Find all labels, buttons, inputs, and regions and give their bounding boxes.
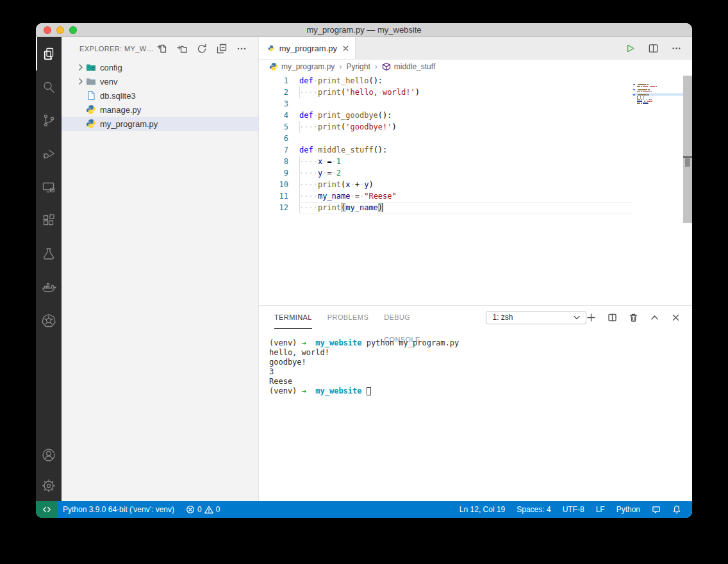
tab-terminal[interactable]: TERMINAL: [274, 306, 312, 329]
indentation-status[interactable]: Spaces: 4: [511, 505, 556, 514]
code-editor[interactable]: 1def·print_hello():2····print('hello,·wo…: [259, 74, 633, 305]
python-interpreter-status[interactable]: Python 3.9.0 64-bit ('venv': venv): [57, 505, 180, 514]
debug-icon: [41, 146, 56, 162]
activity-search[interactable]: [36, 70, 62, 104]
vscode-window: my_program.py — my_website EXPLORER: MY_…: [36, 23, 692, 518]
scrollbar-marker: [683, 156, 692, 158]
breadcrumb-module[interactable]: Pyright: [346, 62, 370, 71]
code-line-7[interactable]: 7def·middle_stuff():: [259, 144, 633, 156]
symbol-namespace-icon: [382, 62, 391, 71]
activity-testing[interactable]: [36, 237, 62, 270]
warning-icon: [204, 505, 213, 514]
minimize-window-button[interactable]: [56, 26, 64, 34]
notifications-button[interactable]: [666, 505, 687, 514]
remote-indicator[interactable]: [36, 501, 57, 518]
bell-icon: [672, 505, 681, 514]
refresh-icon[interactable]: [197, 44, 207, 54]
python-icon: [86, 119, 96, 129]
more-actions-icon[interactable]: [236, 44, 247, 54]
line-number: 3: [259, 98, 299, 110]
error-count: 0: [197, 505, 202, 514]
code-line-3[interactable]: 3: [259, 98, 633, 110]
activity-source-control[interactable]: [36, 104, 62, 137]
code-line-5[interactable]: 5····print('goodbye!'): [259, 121, 633, 133]
editor-scrollbar[interactable]: [683, 76, 692, 223]
explorer-title: EXPLORER: MY_W…: [79, 45, 154, 53]
cursor-position-status[interactable]: Ln 12, Col 19: [454, 505, 511, 514]
window-title: my_program.py — my_website: [36, 23, 692, 37]
terminal-output[interactable]: (venv) → my_website python my_program.py…: [259, 329, 692, 396]
split-terminal-icon[interactable]: [608, 313, 617, 322]
kill-terminal-icon[interactable]: [629, 313, 638, 322]
file-tree: configvenvdb.sqlite3manage.pymy_program.…: [62, 60, 258, 131]
breadcrumb-file[interactable]: my_program.py: [281, 62, 335, 71]
terminal-selector[interactable]: 1: zsh: [486, 311, 586, 324]
code-line-10[interactable]: 10····print(x·+·y): [259, 179, 633, 190]
collapse-folders-icon[interactable]: [217, 44, 227, 54]
close-panel-icon[interactable]: [671, 313, 681, 322]
code-line-4[interactable]: 4def·print_goodbye():: [259, 110, 633, 121]
python-icon: [268, 44, 275, 53]
zoom-window-button[interactable]: [69, 26, 77, 34]
terminal-line: hello, world!: [269, 348, 692, 358]
close-window-button[interactable]: [44, 26, 51, 34]
code-line-2[interactable]: 2····print('hello,·world!'): [259, 87, 633, 98]
activity-kubernetes[interactable]: [36, 304, 62, 337]
run-button[interactable]: [625, 43, 636, 54]
feedback-button[interactable]: [646, 505, 666, 514]
tab-label: my_program.py: [279, 44, 337, 53]
new-file-icon[interactable]: [157, 44, 167, 54]
tab-problems[interactable]: PROBLEMS: [327, 306, 368, 329]
breadcrumb-separator: ›: [374, 62, 379, 71]
git-branch-icon: [41, 113, 56, 128]
python-icon: [86, 104, 96, 115]
code-line-6[interactable]: 6: [259, 133, 633, 144]
activity-remote-explorer[interactable]: [36, 170, 62, 204]
tree-item-manage.py[interactable]: manage.py: [62, 103, 258, 117]
tree-item-config[interactable]: config: [62, 60, 258, 74]
tab-my-program[interactable]: my_program.py: [259, 37, 356, 59]
eol-status[interactable]: LF: [590, 505, 611, 514]
activity-docker[interactable]: [36, 270, 62, 304]
chevron-right-icon: [76, 62, 86, 72]
title-bar[interactable]: my_program.py — my_website: [36, 23, 692, 37]
files-icon: [41, 46, 56, 62]
terminal-line: goodbye!: [269, 358, 692, 367]
settings-button[interactable]: [36, 470, 62, 501]
docker-whale-icon: [41, 279, 56, 295]
activity-extensions[interactable]: [36, 204, 62, 237]
split-editor-icon[interactable]: [648, 43, 659, 54]
code-line-12[interactable]: 12····print(my_name): [259, 202, 633, 213]
new-folder-icon[interactable]: [177, 44, 187, 54]
status-bar: Python 3.9.0 64-bit ('venv': venv) 0 0 L…: [36, 501, 692, 518]
tab-debug-console[interactable]: DEBUG CONSOLE: [384, 306, 446, 329]
panel-header: TERMINAL PROBLEMS DEBUG CONSOLE 1: zsh: [259, 306, 692, 329]
maximize-panel-icon[interactable]: [650, 313, 659, 322]
tree-item-my_program.py[interactable]: my_program.py: [62, 117, 258, 131]
chevron-right-icon: [76, 76, 86, 87]
breadcrumb-separator: ›: [338, 62, 343, 71]
tree-item-venv[interactable]: venv: [62, 74, 258, 88]
encoding-status[interactable]: UTF-8: [557, 505, 590, 514]
editor-body: 1def·print_hello():2····print('hello,·wo…: [259, 74, 692, 305]
language-status[interactable]: Python: [611, 505, 646, 514]
account-button[interactable]: [36, 440, 62, 470]
code-line-8[interactable]: 8····x·=·1: [259, 156, 633, 167]
activity-bar: [36, 37, 62, 501]
minimap[interactable]: [633, 74, 683, 305]
terminal-panel: TERMINAL PROBLEMS DEBUG CONSOLE 1: zsh: [259, 305, 692, 501]
chevron-down-icon: [574, 315, 580, 320]
scrollbar-thumb[interactable]: [685, 158, 690, 167]
code-line-11[interactable]: 11····my_name·=·"Reese": [259, 190, 633, 202]
line-number: 1: [259, 75, 299, 87]
code-line-9[interactable]: 9····y·=·2: [259, 167, 633, 179]
problems-status[interactable]: 0 0: [180, 505, 226, 514]
code-line-1[interactable]: 1def·print_hello():: [259, 75, 633, 87]
activity-explorer[interactable]: [36, 37, 62, 70]
new-terminal-icon[interactable]: [586, 313, 596, 322]
activity-run-debug[interactable]: [36, 137, 62, 170]
breadcrumb-symbol[interactable]: middle_stuff: [394, 62, 435, 71]
tree-item-db.sqlite3[interactable]: db.sqlite3: [62, 88, 258, 103]
close-tab-icon[interactable]: [342, 44, 350, 53]
editor-more-icon[interactable]: [671, 43, 682, 54]
